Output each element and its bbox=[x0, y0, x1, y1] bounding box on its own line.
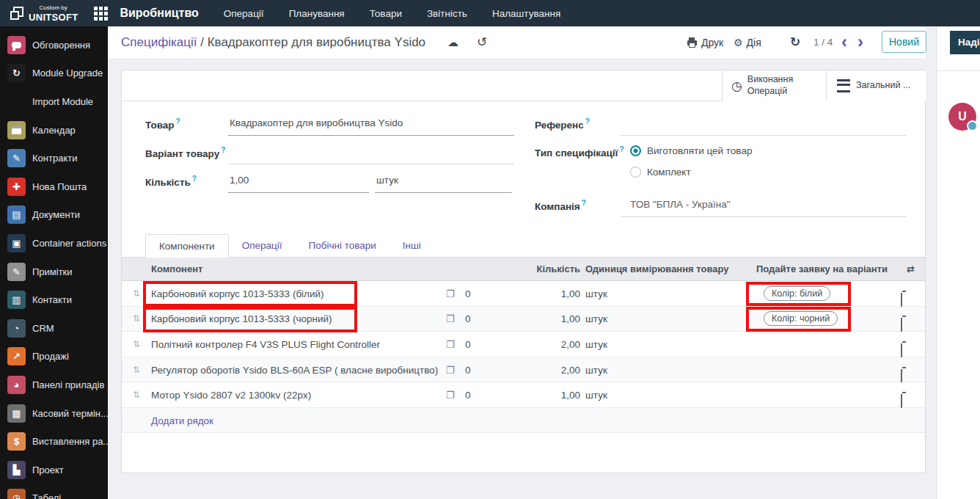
delete-row-icon[interactable] bbox=[901, 369, 902, 383]
count-badge: 0 bbox=[465, 313, 471, 324]
add-row-link[interactable]: Додати рядок bbox=[151, 415, 213, 426]
refresh-button[interactable]: ↻ bbox=[790, 26, 800, 59]
help-icon: ? bbox=[221, 146, 225, 154]
copy-icon[interactable]: ❐ bbox=[446, 338, 455, 349]
tab-operations[interactable]: Операції bbox=[229, 234, 296, 257]
sidebar-item-crm[interactable]: ◔ CRM bbox=[0, 314, 108, 343]
overview-button[interactable]: Загальний ... bbox=[826, 70, 926, 101]
operations-performance-button[interactable]: ◷ Виконання Операцій bbox=[722, 70, 826, 101]
sidebar-item-dashboards[interactable]: ◕ Панелі приладів bbox=[0, 371, 108, 399]
bom-type-label: Тип специфікації? bbox=[535, 145, 624, 159]
count-badge: 0 bbox=[465, 364, 471, 375]
sidebar-item-documents[interactable]: ▤ Документи bbox=[0, 201, 108, 230]
radio-manufacture[interactable] bbox=[630, 145, 641, 156]
undo-icon[interactable]: ↺ bbox=[477, 26, 487, 59]
sidebar-item-discuss[interactable]: Обговорення bbox=[0, 31, 108, 59]
quantity-cell[interactable]: 2,00 bbox=[522, 364, 580, 375]
print-button[interactable]: Друк bbox=[687, 26, 723, 59]
uom-cell: штук bbox=[585, 288, 607, 299]
menu-products[interactable]: Товари bbox=[370, 8, 402, 19]
drag-handle-icon[interactable]: ⇅ bbox=[133, 339, 140, 349]
sidebar-item-import-module[interactable]: Import Module bbox=[0, 87, 108, 116]
cloud-save-icon[interactable]: ☁ bbox=[447, 26, 458, 59]
help-icon: ? bbox=[192, 175, 197, 183]
timesheet-clock-icon: ◷ bbox=[7, 489, 26, 499]
sidebar-item-notes[interactable]: ✎ Примітки bbox=[0, 258, 108, 286]
drag-handle-icon[interactable]: ⇅ bbox=[133, 390, 140, 400]
sidebar-item-container-actions[interactable]: ▣ Container actions bbox=[0, 229, 108, 258]
component-name[interactable]: Політний контролер F4 V3S PLUS Flight Co… bbox=[151, 338, 380, 349]
quantity-cell[interactable]: 2,00 bbox=[522, 338, 580, 349]
tab-misc[interactable]: Інші bbox=[390, 234, 434, 257]
radio-manufacture-label[interactable]: Виготовляти цей товар bbox=[647, 145, 752, 156]
menu-operations[interactable]: Операції bbox=[224, 8, 264, 19]
optional-columns-icon[interactable]: ⇄ bbox=[907, 258, 915, 281]
component-name[interactable]: Регулятор оборотів Ysido BLS-60A ESP ( в… bbox=[151, 364, 438, 375]
pager-previous-icon[interactable]: ‹ bbox=[841, 26, 847, 59]
menu-reporting[interactable]: Звітність bbox=[427, 8, 467, 19]
sidebar-item-sales[interactable]: ↗ Продажі bbox=[0, 343, 108, 371]
uom-field[interactable]: штук bbox=[376, 175, 398, 186]
sidebar-item-contracts[interactable]: ✎ Контракти bbox=[0, 144, 108, 172]
delete-row-icon[interactable] bbox=[901, 394, 902, 408]
upgrade-icon: ↻ bbox=[7, 64, 26, 82]
sidebar-item-pos[interactable]: ▦ Касовий термін... bbox=[0, 399, 108, 428]
breadcrumb-current: Квадракоптер для виробництва Ysido bbox=[208, 35, 425, 49]
uom-cell: штук bbox=[585, 364, 607, 375]
import-icon bbox=[7, 92, 26, 111]
tab-components[interactable]: Компоненти bbox=[145, 234, 229, 258]
component-name[interactable]: Карбоновий корпус 1013-5333 (білий) bbox=[151, 288, 324, 299]
copy-icon[interactable]: ❐ bbox=[446, 313, 455, 324]
product-field[interactable]: Квадракоптер для виробництва Ysido bbox=[230, 117, 403, 128]
sidebar-item-timesheets[interactable]: ◷ Табелі bbox=[0, 484, 108, 499]
copy-icon[interactable]: ❐ bbox=[446, 364, 455, 375]
notes-icon: ✎ bbox=[7, 263, 26, 281]
radio-kit-label[interactable]: Комплект bbox=[647, 167, 691, 178]
variant-tag[interactable]: Колір: чорний bbox=[764, 311, 838, 326]
delete-row-icon[interactable] bbox=[901, 318, 902, 332]
calendar-icon bbox=[7, 121, 26, 139]
quantity-cell[interactable]: 1,00 bbox=[522, 390, 580, 401]
quantity-field[interactable]: 1,00 bbox=[230, 175, 249, 186]
delete-row-icon[interactable] bbox=[901, 343, 902, 357]
apps-menu-icon[interactable] bbox=[94, 7, 108, 21]
breadcrumb-parent[interactable]: Специфікації bbox=[121, 35, 197, 49]
sidebar-item-contacts[interactable]: ▥ Контакти bbox=[0, 285, 108, 314]
drag-handle-icon[interactable]: ⇅ bbox=[133, 313, 140, 324]
menu-settings[interactable]: Налаштування bbox=[492, 8, 560, 19]
count-badge: 0 bbox=[465, 288, 471, 299]
variant-tag[interactable]: Колір: білий bbox=[764, 286, 830, 301]
sidebar-item-invoicing[interactable]: $ Виставлення ра... bbox=[0, 427, 108, 456]
delete-row-icon[interactable] bbox=[901, 293, 902, 307]
send-message-button[interactable]: Надіс bbox=[950, 31, 980, 54]
tab-byproducts[interactable]: Побічні товари bbox=[295, 234, 389, 257]
logo-tagline: Custom by bbox=[29, 5, 78, 11]
company-field[interactable]: ТОВ "БПЛА - Україна" bbox=[630, 199, 731, 210]
radio-kit[interactable] bbox=[630, 167, 641, 178]
table-row: ⇅ Політний контролер F4 V3S PLUS Flight … bbox=[122, 332, 925, 357]
form-sheet: ◷ Виконання Операцій Загальний ... Товар… bbox=[121, 70, 926, 473]
chatter-panel: Надіс U bbox=[936, 26, 980, 499]
copy-icon[interactable]: ❐ bbox=[446, 288, 455, 299]
sidebar-item-module-upgrade[interactable]: ↻ Module Upgrade bbox=[0, 59, 108, 88]
sidebar-item-nova-poshta[interactable]: ✚ Нова Пошта bbox=[0, 172, 108, 201]
copy-icon[interactable]: ❐ bbox=[446, 390, 455, 401]
drag-handle-icon[interactable]: ⇅ bbox=[133, 365, 140, 375]
sidebar-item-project[interactable]: ▙ Проект bbox=[0, 456, 108, 484]
quantity-cell[interactable]: 1,00 bbox=[522, 288, 580, 299]
sidebar-item-calendar[interactable]: Календар bbox=[0, 116, 108, 145]
component-name[interactable]: Карбоновий корпус 1013-5333 (чорний) bbox=[151, 313, 332, 324]
new-record-button[interactable]: Новий bbox=[882, 31, 926, 53]
count-badge: 0 bbox=[465, 390, 471, 401]
quantity-cell[interactable]: 1,00 bbox=[522, 313, 580, 324]
count-badge: 0 bbox=[465, 338, 471, 349]
pager-next-icon[interactable]: › bbox=[858, 26, 863, 59]
component-name[interactable]: Мотор Ysido 2807 v2 1300kv (22px) bbox=[151, 390, 311, 401]
menu-planning[interactable]: Планування bbox=[289, 8, 345, 19]
action-button[interactable]: ⚙ Дія bbox=[734, 26, 761, 59]
avatar[interactable]: U bbox=[948, 103, 976, 131]
drag-handle-icon[interactable]: ⇅ bbox=[133, 288, 140, 299]
product-variant-label: Варіант товару? bbox=[145, 146, 225, 159]
list-bars-icon bbox=[837, 79, 850, 92]
current-app-name[interactable]: Виробництво bbox=[120, 7, 198, 20]
